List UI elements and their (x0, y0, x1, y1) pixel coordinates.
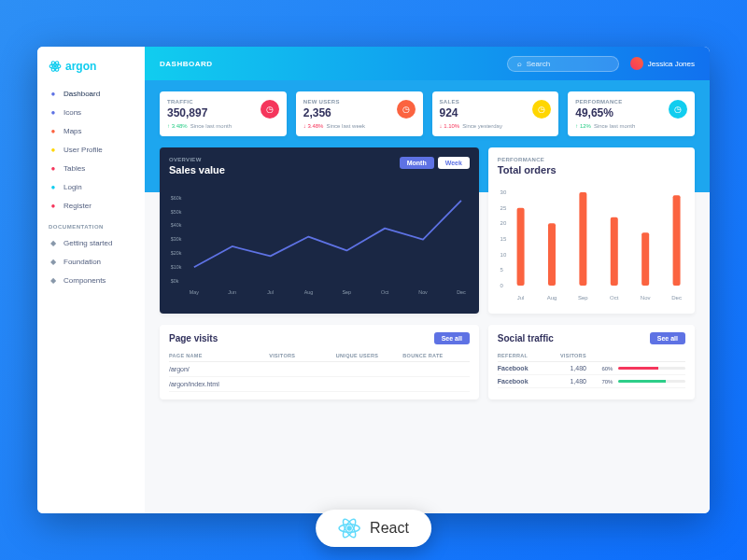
search-box[interactable]: ⌕ (507, 56, 619, 72)
svg-text:$20k: $20k (171, 250, 182, 256)
chart-title: Total orders (498, 164, 557, 175)
stat-card-performance: PERFORMANCE49,65%◷↑ 12%Since last month (568, 91, 695, 136)
svg-rect-34 (641, 232, 649, 286)
react-badge: React (316, 510, 431, 547)
stat-since: Since yesterday (462, 123, 502, 129)
sidebar-doc-getting-started[interactable]: ◆Getting started (37, 233, 145, 252)
see-all-button[interactable]: See all (434, 332, 470, 344)
svg-text:$50k: $50k (171, 209, 182, 215)
react-icon (338, 517, 360, 539)
tab-week[interactable]: Week (438, 157, 470, 169)
stat-since: Since last month (594, 123, 635, 129)
svg-rect-26 (516, 208, 524, 286)
svg-rect-36 (672, 195, 680, 286)
table-col: VISITORS (560, 353, 623, 358)
user-menu[interactable]: Jessica Jones (630, 57, 695, 70)
sidebar-item-label: Register (63, 202, 92, 210)
chart-tabs: Month Week (400, 157, 470, 169)
stat-card-new-users: NEW USERS2,356◷↓ 3.48%Since last week (296, 91, 423, 136)
svg-text:Jul: Jul (517, 295, 525, 301)
stat-delta: ↑ 3.48% (167, 123, 188, 129)
svg-text:$40k: $40k (171, 222, 182, 228)
rocket-icon: ◆ (49, 238, 58, 247)
stat-label: TRAFFIC (167, 99, 207, 105)
tab-month[interactable]: Month (400, 157, 434, 169)
social-traffic-card: Social traffic See all REFERRALVISITORS … (488, 325, 695, 399)
tv-icon: ● (49, 89, 58, 98)
table-col: BOUNCE RATE (402, 353, 470, 358)
user-icon: ● (49, 145, 58, 154)
table-row[interactable]: Facebook1,48070% (498, 375, 685, 388)
svg-text:15: 15 (500, 236, 506, 242)
stat-card-traffic: TRAFFIC350,897◷↑ 3.48%Since last month (160, 91, 287, 136)
svg-text:May: May (190, 289, 199, 295)
svg-text:Sep: Sep (578, 295, 588, 301)
badge-label: React (370, 520, 409, 537)
pin-icon: ● (49, 126, 58, 135)
chart-title: Sales value (169, 164, 225, 175)
search-icon: ⌕ (517, 60, 522, 68)
svg-point-0 (54, 65, 56, 67)
brand-logo[interactable]: argon (37, 56, 145, 84)
svg-text:Oct: Oct (381, 289, 389, 295)
stat-label: PERFORMANCE (575, 99, 622, 105)
table-row[interactable]: Facebook1,48060% (498, 362, 685, 375)
stat-icon: ◷ (397, 100, 416, 119)
stat-label: SALES (440, 99, 460, 105)
content: TRAFFIC350,897◷↑ 3.48%Since last monthNE… (145, 80, 710, 513)
svg-text:5: 5 (500, 267, 503, 273)
svg-text:Dec: Dec (457, 289, 466, 295)
stats-row: TRAFFIC350,897◷↑ 3.48%Since last monthNE… (160, 91, 695, 136)
brand-text: argon (65, 60, 96, 73)
stat-label: NEW USERS (303, 99, 340, 105)
sidebar-item-tables[interactable]: ●Tables (37, 159, 145, 177)
stat-icon: ◷ (261, 100, 279, 119)
svg-text:Oct: Oct (610, 295, 619, 301)
svg-text:$0k: $0k (171, 278, 179, 284)
stat-since: Since last week (326, 123, 365, 129)
sidebar-item-register[interactable]: ●Register (37, 196, 145, 215)
ui-icon: ◆ (49, 275, 58, 285)
page-title: DASHBOARD (160, 60, 213, 68)
svg-text:Nov: Nov (418, 289, 428, 295)
sidebar-doc-components[interactable]: ◆Components (37, 271, 145, 289)
sidebar-item-maps[interactable]: ●Maps (37, 121, 145, 140)
table-title: Page visits (169, 333, 218, 343)
sidebar-doc-foundation[interactable]: ◆Foundation (37, 252, 145, 271)
table-col: REFERRAL (498, 353, 560, 358)
list-icon: ● (49, 163, 58, 173)
svg-text:Nov: Nov (641, 295, 651, 301)
tables-row: Page visits See all PAGE NAMEVISITORSUNI… (160, 325, 695, 399)
svg-rect-32 (611, 217, 618, 286)
sidebar-item-label: Getting started (63, 239, 112, 247)
stat-value: 924 (440, 106, 460, 119)
table-row[interactable]: /argon/ (169, 362, 470, 377)
sidebar-item-dashboard[interactable]: ●Dashboard (37, 84, 145, 103)
sidebar-item-label: Dashboard (63, 90, 100, 98)
main: DASHBOARD ⌕ Jessica Jones TRAFFIC350,897… (145, 47, 710, 513)
stat-since: Since last month (190, 123, 232, 129)
sidebar-item-login[interactable]: ●Login (37, 177, 145, 196)
header: DASHBOARD ⌕ Jessica Jones (145, 47, 710, 80)
table-col: UNIQUE USERS (336, 353, 403, 358)
stat-value: 350,897 (167, 106, 207, 119)
sidebar-item-icons[interactable]: ●Icons (37, 103, 145, 121)
atom-icon (49, 60, 62, 73)
sidebar-item-label: Icons (63, 108, 81, 117)
svg-rect-30 (579, 192, 586, 286)
search-input[interactable] (527, 60, 609, 68)
app-window: argon ●Dashboard●Icons●Maps●User Profile… (37, 47, 710, 513)
chart-overline: OVERVIEW (169, 157, 225, 162)
bar-chart: 051015202530JulAugSepOctNovDec (498, 183, 685, 304)
sidebar-item-user-profile[interactable]: ●User Profile (37, 140, 145, 159)
line-chart: $0k$10k$20k$30k$40k$50k$60kMayJunJulAugS… (169, 183, 470, 304)
see-all-button[interactable]: See all (650, 332, 685, 344)
user-name: Jessica Jones (648, 60, 695, 68)
svg-text:30: 30 (500, 189, 506, 195)
stat-delta: ↓ 1.10% (440, 123, 460, 129)
sidebar-item-label: Maps (63, 127, 82, 135)
sidebar-section-heading: DOCUMENTATION (37, 215, 145, 233)
stat-card-sales: SALES924◷↓ 1.10%Since yesterday (432, 91, 559, 136)
page-visits-card: Page visits See all PAGE NAMEVISITORSUNI… (160, 325, 479, 399)
table-row[interactable]: /argon/index.html (169, 377, 470, 392)
